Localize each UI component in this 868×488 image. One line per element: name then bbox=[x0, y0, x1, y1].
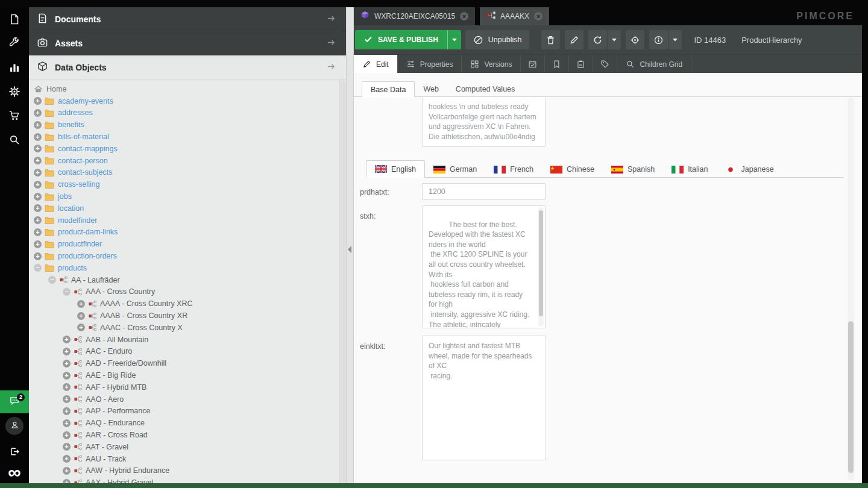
collapse-icon[interactable]: − bbox=[63, 288, 71, 296]
file-icon-button[interactable] bbox=[0, 7, 29, 31]
accordion-assets[interactable]: Assets bbox=[29, 31, 346, 55]
expand-icon[interactable]: + bbox=[34, 228, 42, 236]
tree-item-aau-track[interactable]: +AAU - Track bbox=[29, 453, 339, 465]
tab-tag[interactable] bbox=[593, 55, 617, 74]
tree-item-aa-laufr-der[interactable]: −AA - Laufräder bbox=[29, 274, 339, 286]
expand-icon[interactable]: + bbox=[34, 97, 42, 105]
tree-scrollbar[interactable] bbox=[339, 80, 346, 483]
expand-icon[interactable]: + bbox=[34, 216, 42, 224]
tab-properties[interactable]: Properties bbox=[398, 55, 462, 74]
expand-icon[interactable]: + bbox=[34, 121, 42, 129]
expand-icon[interactable]: + bbox=[63, 395, 71, 403]
user-profile-button[interactable] bbox=[5, 417, 24, 435]
cart-icon-button[interactable] bbox=[0, 104, 29, 128]
tree-item-aad-freeride-downhill[interactable]: +AAD - Freeride/Downhill bbox=[29, 357, 339, 369]
tree-item-aac-enduro[interactable]: +AAC - Enduro bbox=[29, 346, 339, 358]
info-button[interactable] bbox=[649, 30, 668, 49]
expand-icon[interactable]: + bbox=[34, 109, 42, 117]
close-tab-icon[interactable]: × bbox=[534, 12, 542, 20]
rename-button[interactable] bbox=[565, 30, 583, 49]
expand-icon[interactable]: + bbox=[63, 336, 71, 343]
lang-tab-chinese[interactable]: Chinese bbox=[542, 161, 603, 178]
save-publish-button[interactable]: SAVE & PUBLISH bbox=[355, 30, 461, 49]
tree-item-production-orders[interactable]: +production-orders bbox=[29, 250, 339, 262]
tab-versions[interactable]: Versions bbox=[462, 55, 521, 74]
reload-options-dropdown[interactable] bbox=[608, 30, 621, 49]
expand-icon[interactable]: + bbox=[63, 348, 71, 355]
tree-item-bills-of-material[interactable]: +bills-of-material bbox=[29, 131, 339, 143]
tree-item-aaaa-cross-country-xrc[interactable]: +AAAA - Cross Country XRC bbox=[29, 298, 339, 310]
tree-item-contact-subjects[interactable]: +contact-subjects bbox=[29, 167, 339, 179]
tab-children-grid[interactable]: Children Grid bbox=[617, 55, 691, 74]
tree-item-aap-performance[interactable]: +AAP - Performance bbox=[29, 405, 339, 418]
tree-item-jobs[interactable]: +jobs bbox=[29, 190, 339, 202]
tab-bookmark[interactable] bbox=[545, 55, 569, 74]
wrench-icon-button[interactable] bbox=[0, 31, 29, 55]
expand-icon[interactable]: + bbox=[77, 312, 85, 320]
expand-icon[interactable]: + bbox=[34, 133, 42, 141]
expand-icon[interactable]: + bbox=[63, 431, 71, 439]
notifications-button[interactable]: 2 bbox=[0, 390, 29, 413]
collapse-icon[interactable]: − bbox=[48, 276, 56, 284]
lang-tab-italian[interactable]: Italian bbox=[663, 161, 716, 178]
lang-tab-german[interactable]: German bbox=[425, 161, 485, 178]
tree-item-productfinder[interactable]: +productfinder bbox=[29, 238, 339, 250]
tab-calendar[interactable] bbox=[521, 55, 545, 74]
accordion-documents[interactable]: Documents bbox=[29, 7, 346, 31]
lang-tab-english[interactable]: English bbox=[366, 160, 425, 178]
tree-item-aaac-cross-country-x[interactable]: +AAAC - Cross Country X bbox=[29, 322, 339, 334]
unpublish-button[interactable]: Unpublish bbox=[465, 30, 530, 49]
locate-in-tree-button[interactable] bbox=[626, 30, 644, 49]
tree-item-contact-mappings[interactable]: +contact-mappings bbox=[29, 143, 339, 155]
delete-button[interactable] bbox=[541, 30, 560, 49]
tree-item-products[interactable]: −products bbox=[29, 262, 339, 274]
expand-icon[interactable]: + bbox=[63, 467, 71, 475]
tab-edit[interactable]: Edit bbox=[354, 55, 398, 74]
tree-item-cross-selling[interactable]: +cross-selling bbox=[29, 178, 339, 190]
tree-item-aaw-hybrid-endurance[interactable]: +AAW - Hybrid Endurance bbox=[29, 465, 339, 477]
tree-item-aab-all-mountain[interactable]: +AAB - All Mountain bbox=[29, 334, 339, 346]
textarea-scrollbar[interactable] bbox=[538, 207, 544, 327]
info-options-dropdown[interactable] bbox=[668, 30, 682, 49]
subtab-base-data[interactable]: Base Data bbox=[362, 81, 415, 98]
expand-icon[interactable]: + bbox=[77, 324, 85, 331]
tree-item-benefits[interactable]: +benefits bbox=[29, 119, 339, 131]
tree-item-aaab-cross-country-xr[interactable]: +AAAB - Cross Country XR bbox=[29, 310, 339, 322]
logout-button[interactable] bbox=[0, 443, 29, 461]
tree-item-aae-big-ride[interactable]: +AAE - Big Ride bbox=[29, 369, 339, 381]
close-tab-icon[interactable]: × bbox=[460, 12, 468, 20]
tree-item-aar-cross-road[interactable]: +AAR - Cross Road bbox=[29, 429, 339, 441]
expand-icon[interactable]: + bbox=[63, 443, 71, 451]
expand-icon[interactable]: + bbox=[63, 360, 71, 368]
panel-splitter[interactable] bbox=[346, 7, 354, 483]
expand-icon[interactable]: + bbox=[34, 252, 42, 260]
tree-item-product-dam-links[interactable]: +product-dam-links bbox=[29, 227, 339, 239]
einkltxt-textarea[interactable]: Our lightest and fastest MTB wheel, made… bbox=[422, 336, 546, 460]
prdhatxt-input[interactable] bbox=[422, 183, 546, 200]
expand-icon[interactable]: + bbox=[63, 479, 71, 483]
subtab-web[interactable]: Web bbox=[415, 81, 447, 97]
german-description-textarea[interactable]: hookless \n und tubeless ready Vollcarbo… bbox=[422, 98, 546, 147]
expand-icon[interactable]: + bbox=[34, 193, 42, 201]
tree-item-academy-events[interactable]: +academy-events bbox=[29, 95, 339, 107]
tree-item-aat-gravel[interactable]: +AAT - Gravel bbox=[29, 441, 339, 453]
bar-chart-icon-button[interactable] bbox=[0, 55, 29, 80]
expand-icon[interactable]: + bbox=[63, 372, 71, 380]
reload-button[interactable] bbox=[588, 30, 607, 49]
expand-icon[interactable]: + bbox=[34, 240, 42, 248]
expand-icon[interactable]: + bbox=[63, 383, 71, 391]
tab-clipboard[interactable] bbox=[569, 55, 593, 74]
expand-icon[interactable]: + bbox=[63, 419, 71, 427]
scrollbar-thumb[interactable] bbox=[848, 321, 854, 473]
tree-item-aaq-endurance[interactable]: +AAQ - Endurance bbox=[29, 417, 339, 429]
gear-icon-button[interactable] bbox=[0, 80, 29, 104]
tree-item-aaf-hybrid-mtb[interactable]: +AAF - Hybrid MTB bbox=[29, 381, 339, 393]
tree-item-aao-aero[interactable]: +AAO - Aero bbox=[29, 393, 339, 405]
lang-tab-japanese[interactable]: Japanese bbox=[716, 161, 782, 178]
collapse-icon[interactable]: − bbox=[34, 264, 42, 272]
expand-icon[interactable]: + bbox=[34, 181, 42, 189]
expand-icon[interactable]: + bbox=[34, 145, 42, 152]
accordion-data-objects[interactable]: Data Objects bbox=[29, 55, 346, 80]
tab-aaaakx[interactable]: AAAAKX × bbox=[480, 7, 549, 25]
tree-item-home[interactable]: Home bbox=[29, 83, 339, 95]
